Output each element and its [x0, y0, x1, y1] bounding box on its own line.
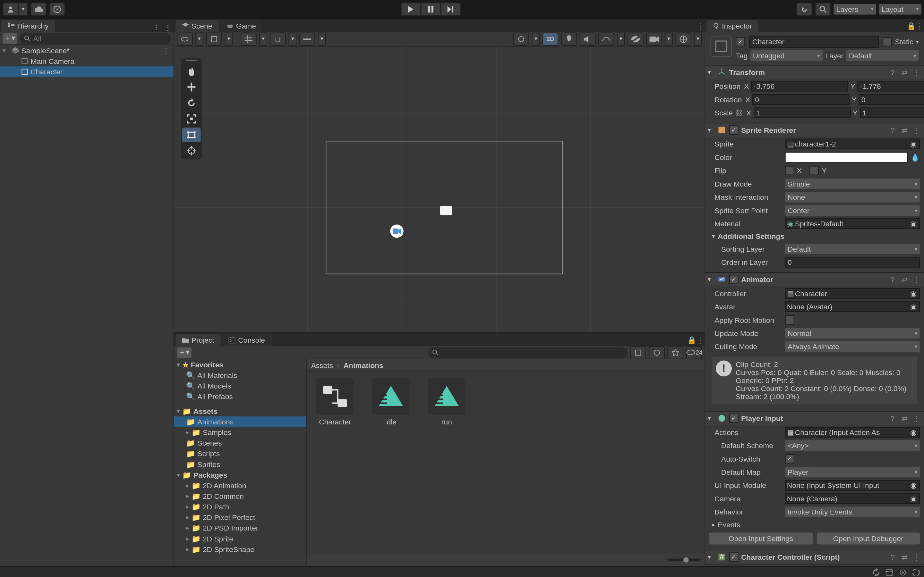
actions-object-field[interactable]: ▦Character (Input Action As◉ — [785, 427, 920, 438]
project-tree-pkg[interactable]: ▸📁2D Common — [174, 491, 306, 501]
script-enabled[interactable] — [729, 553, 738, 562]
component-context-icon[interactable]: ⋮ — [912, 68, 921, 77]
account-dropdown[interactable]: ▾ — [19, 2, 28, 15]
transform-tool[interactable] — [182, 143, 201, 158]
material-object-field[interactable]: ◉Sprites-Default◉ — [785, 219, 920, 229]
play-button[interactable] — [401, 2, 421, 15]
hierarchy-scene-row[interactable]: ▾ SampleScene* ⋮ — [0, 45, 174, 56]
project-lock-icon[interactable]: 🔒 — [686, 335, 695, 346]
scale-y[interactable] — [860, 108, 924, 118]
scene-snap-toggle[interactable] — [270, 32, 286, 45]
component-context-icon[interactable]: ⋮ — [912, 414, 921, 423]
component-header-transform[interactable]: ▾ Transform ? ⇄ ⋮ — [705, 66, 924, 79]
preset-icon[interactable]: ⇄ — [900, 68, 909, 77]
hierarchy-search[interactable] — [20, 33, 171, 44]
project-tree-pkg[interactable]: ▸📁2D Path — [174, 501, 306, 512]
project-tree-all-prefabs[interactable]: 🔍All Prefabs — [174, 391, 306, 402]
hierarchy-lock-icon[interactable]: ⁝ — [155, 23, 164, 32]
scene-light-probe[interactable] — [513, 32, 529, 45]
scene-grid-dd[interactable]: ▾ — [259, 32, 267, 45]
hierarchy-item-main-camera[interactable]: Main Camera — [0, 56, 174, 66]
component-context-icon[interactable]: ⋮ — [912, 275, 921, 284]
pause-button[interactable] — [421, 2, 441, 15]
preset-icon[interactable]: ⇄ — [900, 414, 909, 423]
project-tree-packages[interactable]: ▾📁Packages — [174, 470, 306, 480]
object-picker-icon[interactable]: ◉ — [909, 494, 918, 504]
avatar-object-field[interactable]: None (Avatar)◉ — [785, 301, 920, 312]
mask-dropdown[interactable]: None▾ — [785, 192, 920, 203]
help-icon[interactable]: ? — [888, 68, 897, 77]
move-tool[interactable] — [182, 80, 201, 95]
project-tree[interactable]: ▾★Favorites 🔍All Materials 🔍All Models 🔍… — [174, 359, 307, 566]
view-tool[interactable] — [182, 64, 201, 79]
project-tree-sprites[interactable]: 📁Sprites — [174, 459, 306, 470]
scene-draw-mode[interactable] — [177, 32, 193, 45]
eyedropper-icon[interactable]: 💧 — [911, 153, 920, 162]
sortlayer-dropdown[interactable]: Default▾ — [785, 243, 920, 254]
scene-fx-toggle[interactable] — [598, 32, 614, 45]
cullingmode-dropdown[interactable]: Always Animate▾ — [785, 342, 920, 352]
project-tree-animations[interactable]: 📁Animations — [174, 416, 306, 427]
scene-camera-dd[interactable]: ▾ — [665, 32, 673, 45]
tab-console[interactable]: Console — [222, 334, 272, 346]
project-tree-pkg[interactable]: ▸📁2D Animation — [174, 480, 306, 491]
position-y[interactable] — [858, 81, 924, 92]
tab-inspector[interactable]: Inspector — [706, 20, 758, 32]
scale-tool[interactable] — [182, 111, 201, 126]
flip-x-checkbox[interactable] — [785, 166, 795, 175]
rotate-tool[interactable] — [182, 95, 201, 110]
camera-object-field[interactable]: None (Camera)◉ — [785, 493, 920, 504]
layout-dropdown[interactable]: Layout▾ — [879, 3, 921, 14]
tab-scene[interactable]: Scene — [176, 20, 219, 32]
version-control-button[interactable] — [49, 2, 65, 15]
project-tree-samples[interactable]: ▸📁Samples — [174, 427, 306, 438]
object-picker-icon[interactable]: ◉ — [909, 302, 918, 311]
scene-grid-toggle[interactable] — [241, 32, 257, 45]
defmap-dropdown[interactable]: Player▾ — [785, 467, 920, 478]
asset-animation-clip[interactable]: run — [425, 378, 468, 426]
help-icon[interactable]: ? — [888, 553, 897, 562]
scene-snap-dd[interactable]: ▾ — [288, 32, 296, 45]
project-create-button[interactable]: ＋▾ — [177, 347, 192, 358]
gameobject-active-checkbox[interactable] — [736, 37, 745, 47]
flip-y-checkbox[interactable] — [810, 166, 819, 175]
project-thumbnail-slider[interactable] — [667, 559, 701, 561]
scene-gizmos-button[interactable] — [675, 32, 691, 45]
breadcrumb-item[interactable]: Assets — [311, 361, 333, 369]
project-search-input[interactable] — [441, 348, 624, 356]
project-tree-assets[interactable]: ▾📁Assets — [174, 406, 306, 416]
events-foldout[interactable]: ▸Events — [709, 519, 920, 530]
uimod-object-field[interactable]: None (Input System UI Input◉ — [785, 480, 920, 491]
layers-dropdown[interactable]: Layers▾ — [834, 3, 876, 14]
camera-gizmo-icon[interactable] — [390, 224, 403, 237]
scene-context-icon[interactable]: ⋮ — [695, 21, 704, 32]
updatemode-dropdown[interactable]: Normal▾ — [785, 328, 920, 339]
scene-draw-mode-dd[interactable]: ▾ — [195, 32, 204, 45]
tab-game[interactable]: Game — [220, 20, 263, 32]
autorefresh-icon[interactable] — [872, 568, 880, 576]
scene-audio-toggle[interactable] — [580, 32, 596, 45]
drawmode-dropdown[interactable]: Simple▾ — [785, 179, 920, 189]
rotation-y[interactable] — [859, 94, 924, 105]
scene-increment-dd[interactable]: ▾ — [318, 32, 326, 45]
sprite-object-field[interactable]: ▦character1-2◉ — [785, 139, 920, 149]
scene-shading-dd[interactable]: ▾ — [225, 32, 233, 45]
scene-shading-button[interactable] — [206, 32, 222, 45]
project-filter-label[interactable] — [649, 346, 665, 359]
debug-mode-icon[interactable] — [899, 568, 907, 576]
project-tree-pkg[interactable]: ▸📁2D PSD Importer — [174, 523, 306, 533]
color-field[interactable] — [785, 152, 908, 163]
additional-settings-foldout[interactable]: ▾Additional Settings — [709, 231, 920, 242]
cloud-button[interactable] — [31, 2, 47, 15]
layer-dropdown[interactable]: Default▾ — [846, 50, 919, 61]
gameobject-name-input[interactable] — [749, 36, 879, 48]
help-icon[interactable]: ? — [888, 414, 897, 423]
object-picker-icon[interactable]: ◉ — [909, 219, 918, 229]
open-input-debugger-button[interactable]: Open Input Debugger — [817, 533, 920, 545]
hierarchy-context-icon[interactable]: ⋮ — [164, 23, 174, 32]
scene-visibility-toggle[interactable] — [628, 32, 644, 45]
component-header-player-input[interactable]: ▾ Player Input ? ⇄ ⋮ — [705, 412, 924, 425]
component-header-sprite-renderer[interactable]: ▾ Sprite Renderer ? ⇄ ⋮ — [705, 123, 924, 137]
scene-context-icon[interactable]: ⋮ — [162, 46, 174, 55]
help-icon[interactable]: ? — [888, 126, 897, 135]
